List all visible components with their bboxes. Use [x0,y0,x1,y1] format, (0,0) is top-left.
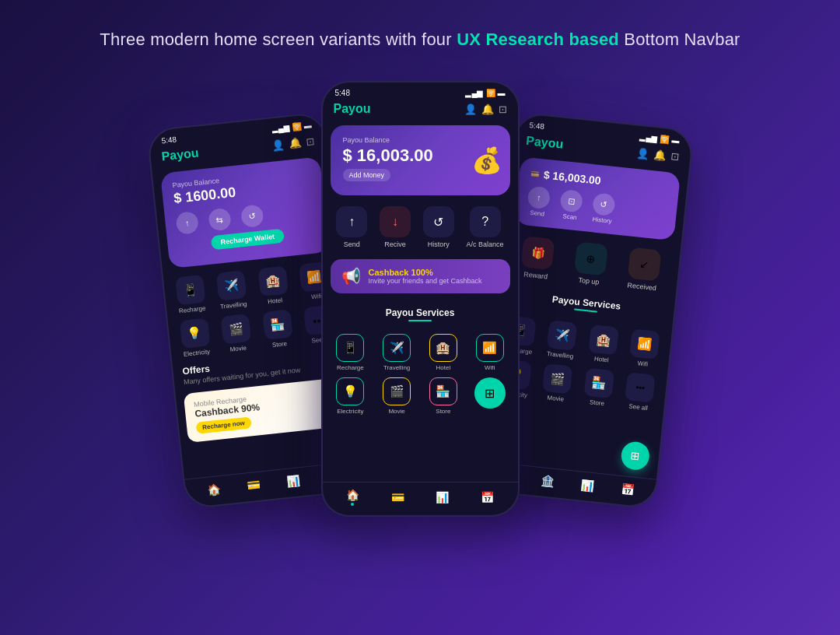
battery-right: ▬ [670,135,679,145]
svc-electricity-c[interactable]: 💡 Electricity [331,377,371,415]
qr-icon-c: ⊞ [474,377,506,409]
signal-center: ▂▄▆ [465,89,483,97]
svc-hotel-r[interactable]: 🏨 Hotel [583,324,622,364]
logo-text-left: Pay [160,148,184,163]
received-action[interactable]: ↙ Received [625,247,660,293]
history-action[interactable]: ↺ History [423,206,454,248]
cards-nav-icon: 💳 [246,479,261,493]
history-icon-left: ↺ [240,204,264,228]
topup-icon: ⊕ [574,241,608,275]
logo-accent-center: ou [355,102,371,115]
services-divider [408,320,432,321]
activity-nav-icon: 📊 [285,474,300,488]
cashback-text: Cashback 100% Invite your friends and ge… [369,268,482,285]
card-actions-right: ↑ Send ⊡ Scan ↺ History [526,186,667,230]
svc-wifi-c[interactable]: 📶 Wifi [470,334,510,371]
store-lbl-r: Store [589,398,604,407]
svc-travel-r[interactable]: ✈️ Travelling [541,320,580,360]
header-icons-right: 👤 🔔 ⊡ [635,146,679,163]
send-btn-r[interactable]: ↑ Send [526,186,551,219]
nav-cards-c[interactable]: 💳 [391,491,404,503]
topup-label: Top up [577,276,599,286]
service-electricity[interactable]: 💡 Electricity [175,318,214,358]
service-hotel[interactable]: 🏨 Hotel [254,265,292,306]
nav-home[interactable]: 🏠 [206,482,221,496]
profile-icon-c: 👤 [464,103,477,115]
logo-text-center: Pay [334,102,355,115]
battery-icon: ▬ [303,121,311,130]
balance-action-label: A/c Balance [467,240,504,248]
time-left: 5:48 [160,135,177,145]
svc-wifi-r[interactable]: 📶 Wifi [625,328,663,369]
topup-action[interactable]: ⊕ Top up [572,241,607,286]
svc-travelling-c[interactable]: ✈️ Travelling [376,334,417,371]
cashback-subtitle: Invite your friends and get Cashback [369,277,482,285]
wifi-icon-r: 📶 [629,328,660,360]
fab-right[interactable]: ⊞ [620,440,651,472]
svc-movie-r[interactable]: 🎬 Movie [537,363,576,403]
nav-activity-r[interactable]: 📊 [580,479,595,493]
history-btn-left[interactable]: ↺ [240,204,264,228]
time-center: 5:48 [335,89,350,97]
received-label: Received [627,281,656,292]
nav-cards[interactable]: 💳 [246,479,261,493]
cashback-icon: 📢 [341,267,361,286]
reward-action[interactable]: 🎁 Reward [520,236,555,281]
balance-card-left: Payou Balance $ 1600.00 ↑ ⇆ ↺ Recharge W [159,156,329,268]
svc-store-c[interactable]: 🏪 Store [423,377,464,415]
nav-bank-r[interactable]: 🏦 [540,474,555,488]
hotel-label: Hotel [267,296,282,305]
travelling-icon: ✈️ [215,270,247,301]
service-store[interactable]: 🏪 Store [258,309,297,349]
send-action-icon: ↑ [336,206,367,237]
recharge-wallet-btn[interactable]: Recharge Wallet [210,229,284,251]
nav-activity-c[interactable]: 📊 [436,491,449,503]
recharge-label: Recharge [178,305,205,315]
history-lbl-r: History [592,216,612,225]
balance-action[interactable]: ? A/c Balance [467,206,504,248]
profile-icon-r: 👤 [635,146,649,160]
nav-home-c[interactable]: 🏠 [346,489,359,506]
header-icons-left: 👤 🔔 ⊡ [271,135,315,151]
svc-movie-c[interactable]: 🎬 Movie [376,377,417,415]
scan-btn-r[interactable]: ⊡ Scan [558,189,583,222]
nav-calendar-r[interactable]: 📅 [620,482,635,496]
activity-icon-c: 📊 [436,491,449,503]
cards-icon-c: 💳 [391,491,404,503]
nav-activity[interactable]: 📊 [285,474,300,488]
wifi-lbl-c: Wifi [485,364,495,371]
svc-hotel-c[interactable]: 🏨 Hotel [423,334,464,371]
transfer-btn-left[interactable]: ⇆ [208,208,232,232]
recharge-icon: 📱 [174,275,205,306]
receive-action-icon: ↓ [380,206,411,237]
svc-fab-c[interactable]: ⊞ [470,377,510,415]
movie-icon-r: 🎬 [542,363,573,395]
svc-store-r[interactable]: 🏪 Store [579,367,618,408]
send-action[interactable]: ↑ Send [336,206,367,248]
travelling-label: Travelling [219,300,247,310]
bottom-nav-center: 🏠 💳 📊 📅 [323,482,518,515]
reward-label: Reward [523,270,548,280]
receive-action[interactable]: ↓ Recive [380,206,411,248]
scan-icon-r: ⊡ [559,189,583,213]
service-travelling[interactable]: ✈️ Travelling [212,270,251,310]
scan-icon-r: ⊡ [670,150,680,163]
offer-btn[interactable]: Recharge now [195,416,251,433]
send-icon-left: ↑ [175,211,199,235]
svc-more-r[interactable]: ••• See all [620,372,659,412]
service-recharge[interactable]: 📱 Recharge [171,274,210,314]
bell-icon-r: 🔔 [653,149,666,162]
store-icon: 🏪 [262,309,293,340]
logo-right: Payou [525,134,564,152]
history-btn-r[interactable]: ↺ History [590,192,615,225]
signal-right: ▂▄▆ [639,132,658,142]
svc-recharge-c[interactable]: 📱 Recharge [331,334,371,371]
send-btn-left[interactable]: ↑ [175,211,199,235]
movie-lbl-r: Movie [547,394,564,402]
services-divider-r [573,308,597,312]
home-nav-icon: 🏠 [206,482,221,496]
nav-calendar-c[interactable]: 📅 [481,491,494,503]
hotel-lbl-r: Hotel [593,356,609,364]
add-money-btn[interactable]: Add Money [343,169,391,181]
service-movie[interactable]: 🎬 Movie [217,313,256,353]
